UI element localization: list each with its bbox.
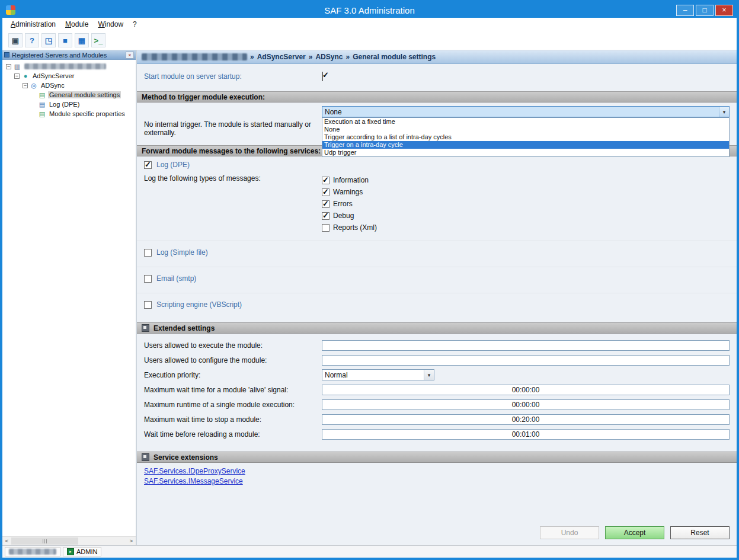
field-input-maximum-wait-time-for-a-module-alive-signal[interactable]: 00:00:00	[322, 385, 730, 395]
console-icon[interactable]: >_	[91, 33, 105, 47]
dropdown-option-execution-at-a-fixed-time[interactable]: Execution at a fixed time	[322, 118, 729, 126]
menu-item-administration[interactable]: Administration	[6, 18, 60, 30]
logtype-checkbox-reports-xml[interactable]	[322, 224, 329, 232]
link-saf-services-idpeproxyservice[interactable]: SAF.Services.IDpeProxyService	[144, 466, 245, 476]
action-buttons: UndoAcceptReset	[540, 526, 730, 539]
link-saf-services-imessageservice[interactable]: SAF.Services.IMessageService	[144, 476, 243, 487]
accept-button[interactable]: Accept	[605, 526, 664, 539]
menu-item-[interactable]: ?	[128, 18, 142, 30]
logtype-checkbox-information[interactable]	[322, 177, 329, 184]
service-checkbox-scripting-engine-vbscript[interactable]	[144, 301, 152, 309]
sidebar-header: Registered Servers and Modules ×	[2, 50, 136, 60]
field-label-users-allowed-to-execute-the-module: Users allowed to execute the module:	[144, 341, 322, 350]
logtype-row-errors: Errors	[322, 198, 730, 210]
tree-expander-icon[interactable]	[14, 73, 20, 79]
section-header-extensions: Service extensions	[137, 452, 737, 463]
field-input-maximum-runtime-of-a-single-module-execution[interactable]: 00:00:00	[322, 399, 730, 410]
tree-node-adsync[interactable]: ◎ADSync	[2, 81, 136, 90]
breadcrumb-item-adsync[interactable]: ADSync	[315, 53, 343, 61]
service-extension-links: SAF.Services.IDpeProxyServiceSAF.Service…	[137, 463, 737, 487]
logtype-label-reports-xml: Reports (Xml)	[333, 223, 377, 232]
collapse-icon[interactable]	[142, 453, 149, 461]
minimize-button[interactable]: –	[676, 5, 694, 16]
reset-button[interactable]: Reset	[670, 526, 730, 539]
field-row-execution-priority: Execution priority:Normal▾	[137, 368, 737, 382]
scroll-track[interactable]	[11, 537, 127, 545]
field-input-maximum-wait-time-to-stop-a-module[interactable]: 00:20:00	[322, 414, 730, 425]
breadcrumb-separator: »	[309, 53, 313, 61]
close-button[interactable]: ×	[715, 5, 733, 16]
register-server-icon[interactable]: ▣	[8, 33, 23, 47]
status-bar: ▸ ADMIN	[2, 545, 737, 558]
sidebar-close-icon[interactable]: ×	[126, 52, 134, 59]
logtype-row-warnings: Warnings	[322, 186, 730, 198]
tree-node-label: General module settings	[48, 91, 121, 98]
tree-node-label: Log (DPE)	[48, 101, 81, 108]
service-checkbox-log-dpe[interactable]	[144, 161, 152, 169]
logtype-row-information: Information	[322, 174, 730, 186]
log-types-label: Log the following types of messages:	[144, 174, 322, 183]
field-input-wait-time-before-reloading-a-module[interactable]: 00:01:00	[322, 429, 730, 440]
collapse-icon[interactable]	[142, 324, 149, 332]
window-title: SAF 3.0 Administration	[2, 5, 737, 15]
logtype-row-reports-xml: Reports (Xml)	[322, 222, 730, 233]
dropdown-option-trigger-on-a-intra-day-cycle[interactable]: Trigger on a intra-day cycle	[322, 141, 729, 149]
startup-checkbox[interactable]	[322, 72, 323, 81]
breadcrumb-separator: »	[250, 53, 254, 61]
chevron-down-icon[interactable]: ▾	[719, 107, 729, 117]
extensions-header-label: Service extensions	[153, 453, 218, 462]
status-server-redacted	[9, 549, 56, 555]
server-tree: ▥●AdSyncServer◎ADSync▤General module set…	[2, 60, 136, 536]
breadcrumb-item-adsyncserver[interactable]: AdSyncServer	[257, 53, 306, 61]
services-list: Log (DPE)Log the following types of mess…	[137, 156, 737, 312]
menu-item-window[interactable]: Window	[93, 18, 128, 30]
logtype-label-warnings: Warnings	[333, 188, 363, 196]
field-label-users-allowed-to-configure-the-module: Users allowed to configure the module:	[144, 356, 322, 364]
tree-node-log-dpe[interactable]: ▤Log (DPE)	[2, 100, 136, 109]
window-view-icon[interactable]: ■	[58, 33, 72, 47]
dropdown-option-trigger-according-to-a-list-of-intra-day-cycles[interactable]: Trigger according to a list of intra-day…	[322, 133, 729, 141]
split-view-icon[interactable]: ◳	[41, 33, 56, 47]
tree-expander-icon[interactable]	[23, 83, 28, 88]
dropdown-option-udp-trigger[interactable]: Udp trigger	[322, 149, 729, 156]
tree-expander-icon[interactable]	[6, 64, 11, 69]
field-input-users-allowed-to-configure-the-module[interactable]	[322, 355, 730, 366]
tree-node-redacted-label	[24, 63, 106, 69]
main-panel: »AdSyncServer»ADSync»General module sett…	[137, 50, 737, 545]
maximize-button[interactable]: □	[696, 5, 714, 16]
help-icon[interactable]: ?	[25, 33, 39, 47]
scroll-right-button[interactable]: >	[127, 537, 136, 545]
logtype-checkbox-errors[interactable]	[322, 200, 329, 208]
menu-item-module[interactable]: Module	[60, 18, 93, 30]
chevron-down-icon[interactable]: ▾	[424, 370, 434, 380]
service-checkbox-log-simple-file[interactable]	[144, 249, 152, 257]
breadcrumb-item-general-module-settings[interactable]: General module settings	[353, 53, 436, 61]
properties-page-icon: ▤	[38, 110, 46, 118]
tree-node-module-specific-properties[interactable]: ▤Module specific properties	[2, 109, 136, 119]
grid-view-icon[interactable]: ▦	[75, 33, 89, 47]
scroll-thumb[interactable]	[11, 537, 78, 545]
dropdown-option-none[interactable]: None	[322, 126, 729, 133]
trigger-combobox[interactable]: None ▾	[322, 106, 730, 117]
scroll-left-button[interactable]: <	[2, 537, 11, 545]
tree-node-adsyncserver[interactable]: ●AdSyncServer	[2, 71, 136, 81]
app-icon	[6, 5, 15, 15]
logtype-row-debug: Debug	[322, 210, 730, 222]
breadcrumb-server-redacted	[142, 53, 247, 60]
startup-row: Start module on server startup:	[137, 68, 737, 85]
priority-select[interactable]: Normal▾	[322, 369, 434, 380]
trigger-description: No internal trigger. The module is start…	[144, 120, 322, 137]
trigger-header-label: Method to trigger module execution:	[142, 93, 265, 101]
console-status-icon: ▸	[67, 548, 74, 555]
tree-node-server-root[interactable]: ▥	[2, 62, 136, 71]
logtype-checkbox-debug[interactable]	[322, 212, 329, 220]
logtype-checkbox-warnings[interactable]	[322, 188, 329, 196]
tree-node-general-module-settings[interactable]: ▤General module settings	[2, 90, 136, 100]
service-checkbox-email-smtp[interactable]	[144, 275, 152, 283]
field-input-users-allowed-to-execute-the-module[interactable]	[322, 340, 730, 351]
horizontal-scrollbar[interactable]: < >	[2, 536, 136, 545]
section-header-extended: Extended settings	[137, 322, 737, 334]
service-label-scripting-engine-vbscript: Scripting engine (VBScript)	[156, 300, 242, 309]
extended-fields: Users allowed to execute the module:User…	[137, 338, 737, 441]
undo-button: Undo	[540, 526, 599, 539]
